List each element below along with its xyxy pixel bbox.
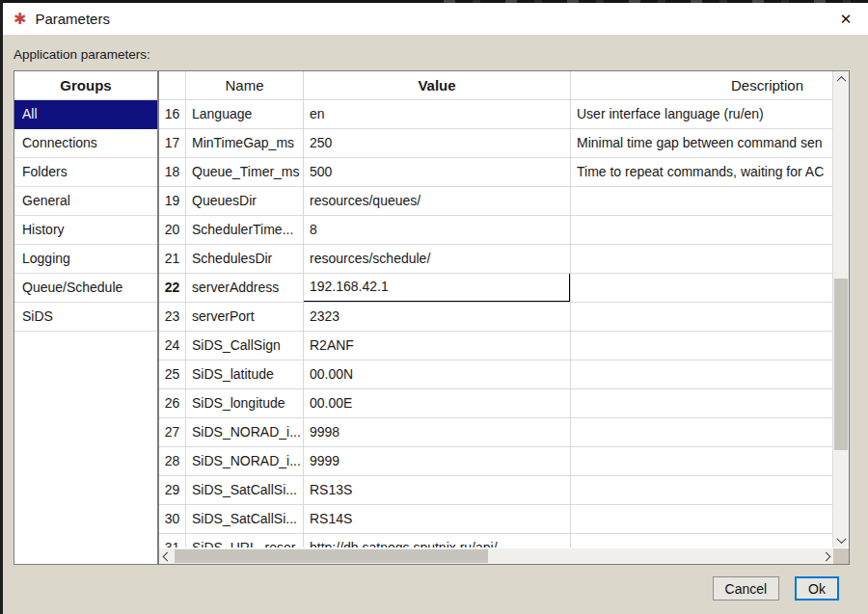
horizontal-scrollbar[interactable] bbox=[159, 548, 833, 564]
window-title: Parameters bbox=[35, 11, 110, 27]
param-name-cell[interactable]: SiDS_NORAD_i... bbox=[186, 447, 304, 476]
groups-list: AllConnectionsFoldersGeneralHistoryLoggi… bbox=[14, 100, 157, 332]
row-number-cell[interactable]: 18 bbox=[159, 158, 186, 187]
param-name-cell[interactable]: SchedulerTime... bbox=[186, 216, 304, 245]
param-description-cell[interactable]: User interface language (ru/en) bbox=[571, 100, 833, 129]
param-description-cell[interactable] bbox=[571, 303, 833, 332]
row-number-cell[interactable]: 23 bbox=[159, 303, 186, 332]
sidebar-item-history[interactable]: History bbox=[14, 216, 157, 245]
row-number-cell[interactable]: 29 bbox=[159, 476, 186, 505]
param-name-cell[interactable]: SiDS_URL_reser... bbox=[186, 534, 304, 547]
param-name-cell[interactable]: SiDS_SatCallSi... bbox=[186, 476, 304, 505]
table-row: 21SchedulesDirresources/schedule/ bbox=[159, 245, 833, 274]
sidebar-item-logging[interactable]: Logging bbox=[14, 245, 157, 274]
scroll-right-icon[interactable] bbox=[818, 548, 833, 564]
column-header-value[interactable]: Value bbox=[304, 71, 571, 100]
column-header-desc[interactable]: Description bbox=[571, 71, 833, 100]
sidebar-item-sids[interactable]: SiDS bbox=[14, 303, 157, 332]
param-description-cell[interactable] bbox=[571, 216, 833, 245]
row-number-cell[interactable]: 17 bbox=[159, 129, 186, 158]
row-number-cell[interactable]: 27 bbox=[159, 418, 186, 447]
value-edit-input[interactable]: 192.168.42.1 bbox=[304, 274, 570, 302]
param-name-cell[interactable]: QueuesDir bbox=[186, 187, 304, 216]
column-header-name[interactable]: Name bbox=[186, 71, 304, 100]
param-value-cell[interactable]: 192.168.42.1 bbox=[304, 274, 571, 303]
param-description-cell[interactable] bbox=[571, 389, 833, 418]
row-number-cell[interactable]: 30 bbox=[159, 505, 186, 534]
table-row: 24SiDS_CallSignR2ANF bbox=[159, 332, 833, 360]
param-value-cell[interactable]: R2ANF bbox=[304, 332, 571, 360]
table-row: 19QueuesDirresources/queues/ bbox=[159, 187, 833, 216]
param-description-cell[interactable] bbox=[571, 447, 833, 476]
param-value-cell[interactable]: 8 bbox=[304, 216, 571, 245]
row-number-cell[interactable]: 19 bbox=[159, 187, 186, 216]
param-name-cell[interactable]: SiDS_NORAD_i... bbox=[186, 418, 304, 447]
param-name-cell[interactable]: MinTimeGap_ms bbox=[186, 129, 304, 158]
param-name-cell[interactable]: SiDS_SatCallSi... bbox=[186, 505, 304, 534]
param-description-cell[interactable]: Minimal time gap between command sen bbox=[571, 129, 833, 158]
param-value-cell[interactable]: 00.00N bbox=[304, 360, 571, 389]
sidebar-item-queue-schedule[interactable]: Queue/Schedule bbox=[14, 274, 157, 303]
param-name-cell[interactable]: Queue_Timer_ms bbox=[186, 158, 304, 187]
param-name-cell[interactable]: SiDS_latitude bbox=[186, 360, 304, 389]
param-description-cell[interactable] bbox=[571, 418, 833, 447]
param-description-cell[interactable] bbox=[571, 360, 833, 389]
param-name-cell[interactable]: serverPort bbox=[186, 303, 304, 332]
param-value-cell[interactable]: http://db.satnogs.sputnix.ru/api/ bbox=[304, 534, 571, 547]
param-value-cell[interactable]: 9999 bbox=[304, 447, 571, 476]
table-row: 29SiDS_SatCallSi...RS13S bbox=[159, 476, 833, 505]
scroll-down-icon[interactable] bbox=[833, 532, 849, 547]
cancel-button[interactable]: Cancel bbox=[713, 576, 780, 601]
param-value-cell[interactable]: 9998 bbox=[304, 418, 571, 447]
vertical-scrollbar[interactable] bbox=[833, 71, 849, 547]
param-value-cell[interactable]: 250 bbox=[304, 129, 571, 158]
row-number-cell[interactable]: 24 bbox=[159, 332, 186, 360]
scroll-up-icon[interactable] bbox=[833, 71, 849, 87]
param-value-cell[interactable]: 500 bbox=[304, 158, 571, 187]
horizontal-scrollbar-thumb[interactable] bbox=[175, 549, 488, 563]
row-number-cell[interactable]: 25 bbox=[159, 360, 186, 389]
close-icon[interactable]: ✕ bbox=[824, 3, 868, 35]
sidebar-item-connections[interactable]: Connections bbox=[14, 129, 157, 158]
param-name-cell[interactable]: SiDS_CallSign bbox=[186, 332, 304, 360]
param-description-cell[interactable] bbox=[571, 505, 833, 534]
param-name-cell[interactable]: SchedulesDir bbox=[186, 245, 304, 274]
sidebar-item-all[interactable]: All bbox=[14, 100, 157, 129]
column-header-row-number[interactable] bbox=[159, 71, 186, 100]
param-description-cell[interactable] bbox=[571, 187, 833, 216]
sidebar-item-folders[interactable]: Folders bbox=[14, 158, 157, 187]
row-number-cell[interactable]: 20 bbox=[159, 216, 186, 245]
application-parameters-label: Application parameters: bbox=[14, 47, 150, 62]
sidebar-item-general[interactable]: General bbox=[14, 187, 157, 216]
param-value-cell[interactable]: RS14S bbox=[304, 505, 571, 534]
param-description-cell[interactable] bbox=[571, 476, 833, 505]
scroll-left-icon[interactable] bbox=[159, 548, 175, 564]
param-name-cell[interactable]: Language bbox=[186, 100, 304, 129]
table-row: 23serverPort2323 bbox=[159, 303, 833, 332]
row-number-cell[interactable]: 28 bbox=[159, 447, 186, 476]
table-row: 25SiDS_latitude00.00N bbox=[159, 360, 833, 389]
param-value-cell[interactable]: 2323 bbox=[304, 303, 571, 332]
row-number-cell[interactable]: 31 bbox=[159, 534, 186, 547]
param-value-cell[interactable]: RS13S bbox=[304, 476, 571, 505]
table-row: 28SiDS_NORAD_i...9999 bbox=[159, 447, 833, 476]
vertical-scrollbar-thumb[interactable] bbox=[834, 279, 848, 450]
param-description-cell[interactable] bbox=[571, 332, 833, 360]
param-description-cell[interactable] bbox=[571, 534, 833, 547]
param-description-cell[interactable]: Time to repeat commands, waiting for AC bbox=[571, 158, 833, 187]
param-description-cell[interactable] bbox=[571, 245, 833, 274]
row-number-cell[interactable]: 21 bbox=[159, 245, 186, 274]
ok-button[interactable]: Ok bbox=[795, 576, 839, 601]
param-name-cell[interactable]: serverAddress bbox=[186, 274, 304, 303]
row-number-cell[interactable]: 16 bbox=[159, 100, 186, 129]
param-value-cell[interactable]: resources/queues/ bbox=[304, 187, 571, 216]
groups-panel: Groups AllConnectionsFoldersGeneralHisto… bbox=[14, 70, 158, 565]
param-value-cell[interactable]: resources/schedule/ bbox=[304, 245, 571, 274]
row-number-cell[interactable]: 22 bbox=[159, 274, 186, 303]
row-number-cell[interactable]: 26 bbox=[159, 389, 186, 418]
param-value-cell[interactable]: en bbox=[304, 100, 571, 129]
table-row: 17MinTimeGap_ms250Minimal time gap betwe… bbox=[159, 129, 833, 158]
param-description-cell[interactable] bbox=[571, 274, 833, 303]
param-value-cell[interactable]: 00.00E bbox=[304, 389, 571, 418]
param-name-cell[interactable]: SiDS_longitude bbox=[186, 389, 304, 418]
